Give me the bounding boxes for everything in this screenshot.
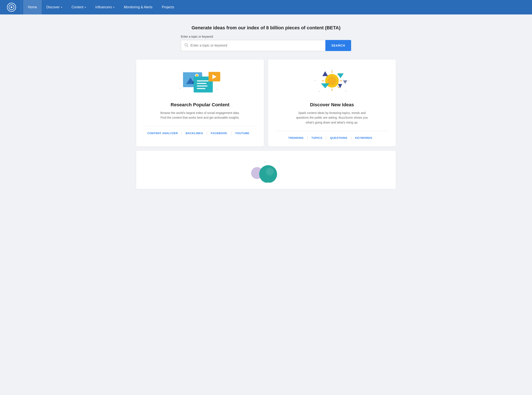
search-icon bbox=[185, 43, 188, 48]
discover-card-divider bbox=[277, 131, 387, 131]
svg-point-8 bbox=[179, 88, 180, 89]
content-analyzer-link[interactable]: CONTENT ANALYZER bbox=[147, 132, 181, 135]
nav-content[interactable]: Content ▾ bbox=[67, 0, 91, 14]
search-label: Enter a topic or keyword bbox=[181, 35, 351, 38]
svg-point-6 bbox=[216, 89, 218, 90]
facebook-link[interactable]: FACEBOOK bbox=[207, 132, 231, 135]
navigation: Home Discover ▾ Content ▾ Influencers ▾ … bbox=[0, 0, 532, 14]
chevron-down-icon: ▾ bbox=[85, 6, 86, 9]
search-button[interactable]: SEARCH bbox=[325, 40, 351, 51]
svg-point-21 bbox=[331, 69, 333, 70]
svg-marker-36 bbox=[322, 71, 328, 76]
svg-point-23 bbox=[345, 90, 347, 92]
search-row: SEARCH bbox=[181, 40, 351, 51]
svg-rect-16 bbox=[197, 83, 207, 84]
keywords-link[interactable]: KEYWORDS bbox=[352, 136, 376, 139]
discover-card: Discover New Ideas Spark content ideas b… bbox=[268, 60, 396, 147]
cards-row: Research Popular Content Browse the worl… bbox=[136, 60, 396, 147]
main-content: Generate ideas from our index of 8 billi… bbox=[130, 14, 402, 195]
research-card-desc: Browse the world's largest index of soci… bbox=[160, 110, 241, 120]
svg-text:+: + bbox=[264, 160, 266, 164]
svg-point-44 bbox=[266, 168, 274, 176]
nav-influencers[interactable]: Influencers ▾ bbox=[91, 0, 119, 14]
svg-line-4 bbox=[187, 46, 188, 47]
svg-point-13 bbox=[196, 74, 198, 77]
trending-link[interactable]: TRENDING bbox=[288, 136, 307, 139]
hero-section: Generate ideas from our index of 8 billi… bbox=[136, 25, 396, 51]
svg-point-25 bbox=[348, 80, 349, 81]
svg-line-32 bbox=[338, 87, 339, 88]
svg-point-24 bbox=[315, 80, 316, 81]
svg-marker-40 bbox=[343, 80, 347, 84]
discover-card-desc: Spark content ideas by browsing topics, … bbox=[291, 110, 372, 125]
questions-link[interactable]: QUESTIONS bbox=[327, 136, 351, 139]
research-card-title: Research Popular Content bbox=[171, 102, 230, 108]
svg-rect-15 bbox=[197, 80, 208, 82]
backlinks-link[interactable]: BACKLINKS bbox=[182, 132, 207, 135]
research-card: Research Popular Content Browse the worl… bbox=[136, 60, 264, 147]
logo[interactable] bbox=[4, 0, 19, 14]
nav-home[interactable]: Home bbox=[23, 0, 42, 14]
nav-monitoring[interactable]: Monitoring & Alerts bbox=[119, 0, 157, 14]
topics-link[interactable]: TOPICS bbox=[308, 136, 325, 139]
svg-point-2 bbox=[11, 6, 12, 8]
youtube-link[interactable]: YOUTUBE bbox=[232, 132, 253, 135]
partial-illustration: + bbox=[245, 159, 287, 183]
chevron-down-icon: ▾ bbox=[61, 6, 62, 9]
discover-card-links: TRENDING | TOPICS | QUESTIONS | KEYWORDS bbox=[288, 136, 376, 140]
discover-illustration bbox=[311, 68, 353, 96]
nav-items: Home Discover ▾ Content ▾ Influencers ▾ … bbox=[23, 0, 528, 14]
nav-projects[interactable]: Projects bbox=[157, 0, 179, 14]
research-card-divider bbox=[145, 126, 255, 126]
svg-rect-18 bbox=[197, 88, 205, 89]
search-box bbox=[181, 40, 325, 51]
third-card-partial: + bbox=[136, 151, 396, 189]
discover-card-title: Discover New Ideas bbox=[310, 102, 354, 108]
svg-point-22 bbox=[319, 91, 320, 92]
chevron-down-icon: ▾ bbox=[113, 6, 114, 9]
research-card-links: CONTENT ANALYZER | BACKLINKS | FACEBOOK … bbox=[147, 131, 252, 135]
nav-discover[interactable]: Discover ▾ bbox=[42, 0, 67, 14]
svg-rect-17 bbox=[197, 85, 207, 87]
search-input[interactable] bbox=[190, 44, 322, 47]
nav-divider bbox=[21, 0, 21, 14]
svg-marker-38 bbox=[337, 73, 344, 78]
research-illustration bbox=[177, 68, 224, 96]
hero-title: Generate ideas from our index of 8 billi… bbox=[136, 25, 396, 31]
